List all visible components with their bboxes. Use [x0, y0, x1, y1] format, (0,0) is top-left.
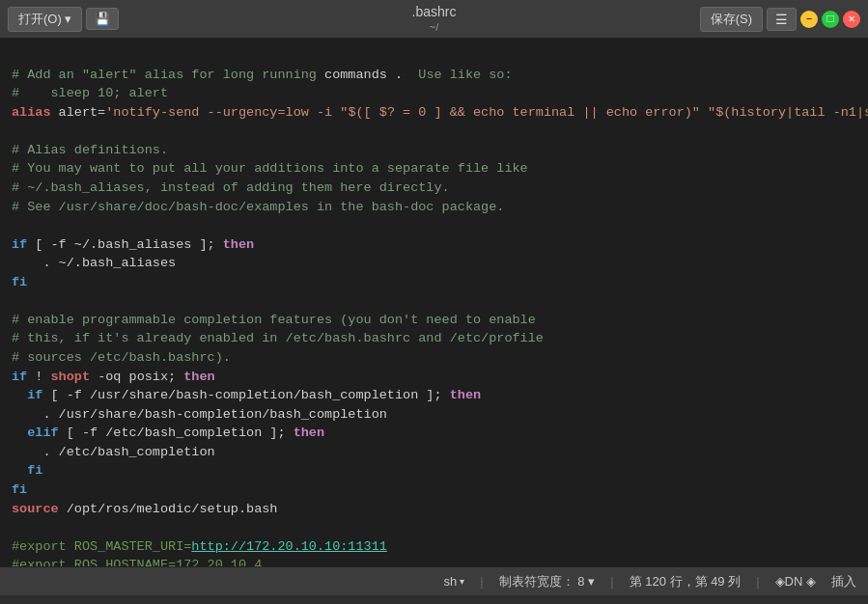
dn-mode: ◈DN ◈	[775, 574, 816, 589]
save-button[interactable]: 保存(S)	[700, 7, 763, 32]
open-label: 打开(O)	[18, 12, 62, 26]
titlebar-center: .bashrc ~/	[412, 3, 457, 34]
sep3: |	[756, 574, 759, 589]
titlebar: 打开(O) ▾ 💾 .bashrc ~/ 保存(S) ☰ – □ ✕	[0, 0, 868, 39]
cursor-position: 第 120 行，第 49 列	[630, 573, 742, 590]
sep1: |	[480, 574, 483, 589]
sep2: |	[610, 574, 613, 589]
editor-content: # Add an "alert" alias for long running …	[12, 46, 856, 566]
tab-value: 8	[577, 574, 584, 589]
tab-arrow: ▾	[588, 574, 595, 589]
language-label: sh	[444, 574, 458, 589]
save-file-button[interactable]: 💾	[86, 8, 119, 30]
titlebar-right: 保存(S) ☰ – □ ✕	[700, 7, 860, 32]
open-button[interactable]: 打开(O) ▾	[8, 7, 82, 32]
language-arrow: ▾	[460, 576, 464, 587]
insert-mode: 插入	[831, 573, 856, 590]
maximize-button[interactable]: □	[822, 11, 839, 28]
menu-button[interactable]: ☰	[767, 8, 797, 31]
tab-label: 制表符宽度：	[499, 574, 574, 589]
titlebar-left: 打开(O) ▾ 💾	[8, 7, 119, 32]
minimize-button[interactable]: –	[800, 11, 818, 28]
statusbar: sh ▾ | 制表符宽度： 8 ▾ | 第 120 行，第 49 列 | ◈DN…	[0, 566, 868, 595]
language-selector[interactable]: sh ▾	[444, 574, 465, 589]
editor[interactable]: # Add an "alert" alias for long running …	[0, 39, 868, 566]
window-title: .bashrc	[412, 3, 457, 20]
open-arrow: ▾	[65, 12, 71, 26]
close-button[interactable]: ✕	[843, 11, 860, 28]
tab-width-selector[interactable]: 制表符宽度： 8 ▾	[499, 573, 595, 590]
window-subtitle: ~/	[412, 20, 457, 34]
